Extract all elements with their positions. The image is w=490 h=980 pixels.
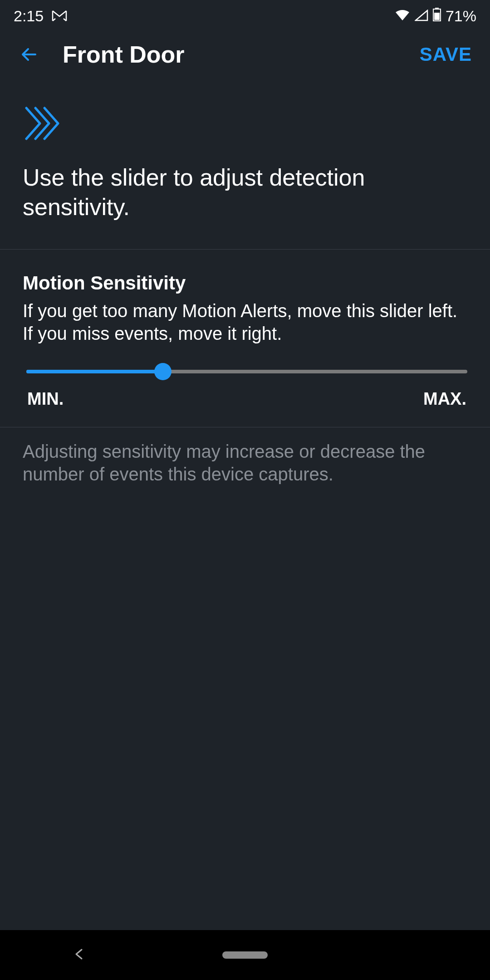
slider-thumb[interactable] <box>154 363 172 380</box>
slider-fill <box>26 370 163 373</box>
sensitivity-description: If you get too many Motion Alerts, move … <box>23 299 467 345</box>
footer-note: Adjusting sensitivity may increase or de… <box>0 427 490 498</box>
wifi-icon <box>395 7 410 25</box>
intro-section: Use the slider to adjust detection sensi… <box>0 82 490 250</box>
page-title: Front Door <box>63 41 397 68</box>
status-time: 2:15 <box>14 7 44 25</box>
svg-rect-2 <box>434 13 440 20</box>
status-bar: 2:15 71% <box>0 0 490 32</box>
back-button[interactable] <box>18 44 40 65</box>
slider-labels: MIN. MAX. <box>26 389 467 409</box>
app-header: Front Door SAVE <box>0 32 490 82</box>
status-right: 71% <box>395 7 476 25</box>
nav-bar <box>0 930 490 980</box>
slider-max-label: MAX. <box>423 389 466 409</box>
save-button[interactable]: SAVE <box>420 44 472 65</box>
intro-text: Use the slider to adjust detection sensi… <box>23 163 467 222</box>
nav-back-button[interactable] <box>73 948 85 962</box>
battery-icon <box>433 7 441 25</box>
signal-icon <box>415 7 428 25</box>
battery-percent: 71% <box>446 7 476 25</box>
gmail-icon <box>52 10 67 22</box>
status-left: 2:15 <box>14 7 67 25</box>
nav-home-pill[interactable] <box>222 951 268 959</box>
sensitivity-section: Motion Sensitivity If you get too many M… <box>0 250 490 427</box>
slider-min-label: MIN. <box>27 389 64 409</box>
sensitivity-title: Motion Sensitivity <box>23 272 467 294</box>
slider-track <box>26 370 467 373</box>
sensitivity-slider[interactable]: MIN. MAX. <box>26 370 467 409</box>
chevrons-right-icon <box>23 104 467 145</box>
